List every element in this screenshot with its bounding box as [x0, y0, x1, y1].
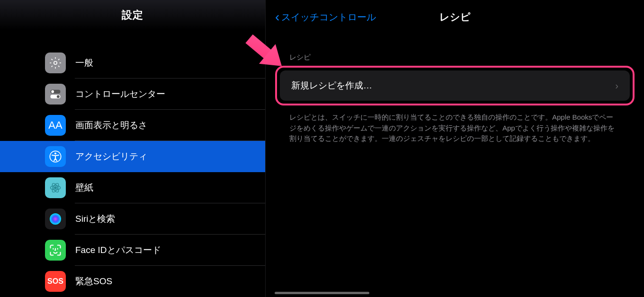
svg-point-11: [50, 213, 61, 225]
create-recipe-row[interactable]: 新規レシピを作成… ›: [280, 70, 630, 101]
sidebar-item-label: コントロールセンター: [75, 88, 165, 100]
home-indicator[interactable]: [275, 292, 369, 294]
sidebar-item-label: 緊急SOS: [75, 275, 112, 288]
create-recipe-label: 新規レシピを作成…: [291, 79, 372, 92]
chevron-left-icon: ‹: [275, 9, 279, 25]
sos-icon: SOS: [45, 271, 66, 292]
sidebar-item-display[interactable]: AA 画面表示と明るさ: [0, 110, 265, 141]
accessibility-icon: [45, 146, 66, 167]
toggle-icon: [45, 84, 66, 105]
section-footer-text: レシピとは、スイッチに一時的に割り当てることのできる独自の操作のことです。App…: [289, 112, 620, 144]
sidebar-item-label: 一般: [75, 57, 93, 69]
chevron-right-icon: ›: [615, 80, 618, 91]
sidebar-title: 設定: [122, 8, 143, 22]
sidebar-item-control-center[interactable]: コントロールセンター: [0, 79, 265, 110]
detail-pane: ‹ スイッチコントロール レシピ レシピ 新規レシピを作成… › レシピとは、ス…: [265, 0, 644, 297]
sidebar-item-accessibility[interactable]: アクセシビリティ: [0, 141, 265, 172]
detail-title: レシピ: [439, 10, 471, 24]
siri-icon: [45, 209, 66, 229]
settings-sidebar: 設定 一般 コントロールセンター AA: [0, 0, 265, 297]
sidebar-item-siri[interactable]: Siriと検索: [0, 203, 265, 235]
sidebar-item-sos[interactable]: SOS 緊急SOS: [0, 266, 265, 297]
highlight-annotation: 新規レシピを作成… ›: [275, 66, 635, 105]
sidebar-header: 設定: [0, 0, 265, 30]
detail-header: ‹ スイッチコントロール レシピ: [266, 0, 644, 34]
sidebar-list: 一般 コントロールセンター AA 画面表示と明るさ: [0, 47, 265, 297]
sidebar-item-label: Siriと検索: [75, 213, 115, 225]
sidebar-item-label: Face IDとパスコード: [75, 244, 161, 256]
svg-point-7: [54, 187, 57, 189]
svg-point-4: [57, 95, 60, 98]
sidebar-item-label: アクセシビリティ: [75, 150, 147, 163]
section-label: レシピ: [289, 53, 635, 62]
sidebar-item-faceid[interactable]: Face IDとパスコード: [0, 235, 265, 266]
text-size-icon: AA: [45, 115, 66, 136]
wallpaper-icon: [45, 177, 66, 198]
back-button[interactable]: ‹ スイッチコントロール: [275, 9, 376, 25]
back-label: スイッチコントロール: [281, 11, 376, 24]
svg-point-0: [54, 61, 57, 65]
sidebar-item-label: 画面表示と明るさ: [75, 119, 147, 131]
gear-icon: [45, 52, 66, 73]
svg-point-6: [54, 152, 56, 154]
svg-point-2: [51, 90, 54, 93]
sidebar-item-label: 壁紙: [75, 182, 93, 194]
sidebar-item-wallpaper[interactable]: 壁紙: [0, 172, 265, 203]
faceid-icon: [45, 240, 66, 261]
sidebar-item-general[interactable]: 一般: [0, 47, 265, 79]
